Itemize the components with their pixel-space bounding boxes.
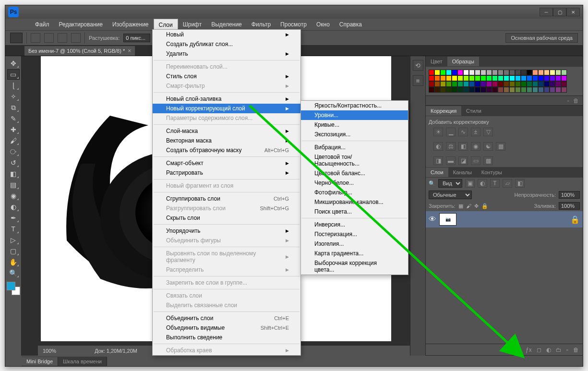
adjustment-layer-icon[interactable]: ◐ bbox=[546, 347, 551, 353]
hue-icon[interactable]: ◐ bbox=[433, 142, 443, 151]
menu-item[interactable]: Стиль слоя▶ bbox=[153, 72, 300, 81]
close-button[interactable]: ✕ bbox=[566, 8, 580, 16]
color-swatch[interactable] bbox=[469, 87, 475, 93]
color-swatch[interactable] bbox=[434, 81, 440, 87]
color-swatch[interactable] bbox=[452, 75, 457, 81]
menu-item[interactable]: Создать обтравочную маскуAlt+Ctrl+G bbox=[153, 145, 300, 155]
menu-item[interactable]: Экспозиция... bbox=[301, 130, 408, 139]
hand-tool[interactable]: ✋ bbox=[7, 257, 20, 267]
color-swatch[interactable] bbox=[475, 75, 480, 81]
color-swatch[interactable] bbox=[561, 75, 567, 81]
bw-icon[interactable]: ◧ bbox=[458, 142, 468, 151]
color-swatch[interactable] bbox=[440, 70, 446, 75]
color-swatch[interactable] bbox=[463, 75, 469, 81]
color-swatch[interactable] bbox=[515, 87, 521, 93]
feather-input[interactable] bbox=[123, 34, 150, 42]
magic-wand-tool[interactable]: ✧ bbox=[7, 91, 20, 102]
color-swatch[interactable] bbox=[498, 81, 504, 87]
color-swatch[interactable] bbox=[532, 70, 538, 75]
document-tab[interactable]: Без имени-7 @ 100% (Слой 5, RGB/8) * × bbox=[24, 46, 135, 56]
menu-item[interactable]: Вибрация... bbox=[301, 143, 408, 152]
menu-item[interactable]: Сгруппировать слоиCtrl+G bbox=[153, 194, 300, 203]
menu-item[interactable]: Удалить▶ bbox=[153, 49, 300, 59]
menu-item[interactable]: Кривые... bbox=[301, 120, 408, 130]
eraser-tool[interactable]: ◧ bbox=[7, 168, 20, 179]
color-swatch[interactable] bbox=[521, 70, 527, 75]
color-swatch[interactable] bbox=[538, 81, 544, 87]
color-swatch[interactable] bbox=[544, 75, 550, 81]
color-swatch[interactable] bbox=[515, 75, 521, 81]
selection-add-icon[interactable] bbox=[44, 33, 54, 43]
menu-item[interactable]: Упорядочить▶ bbox=[153, 226, 300, 236]
menu-шрифт[interactable]: Шрифт bbox=[178, 19, 206, 30]
color-swatch[interactable] bbox=[480, 81, 486, 87]
menu-выделение[interactable]: Выделение bbox=[206, 19, 247, 30]
visibility-eye-icon[interactable]: 👁 bbox=[429, 215, 436, 224]
color-swatch[interactable] bbox=[527, 75, 532, 81]
eyedropper-tool[interactable]: ✎ bbox=[7, 113, 20, 124]
group-icon[interactable]: 🗀 bbox=[556, 347, 562, 353]
filter-adjust-icon[interactable]: ◐ bbox=[478, 179, 487, 188]
color-swatch[interactable] bbox=[504, 75, 509, 81]
color-swatch[interactable] bbox=[550, 75, 555, 81]
color-swatch[interactable] bbox=[486, 81, 492, 87]
tab-styles[interactable]: Стили bbox=[461, 106, 486, 116]
path-select-tool[interactable]: ▷ bbox=[7, 235, 20, 245]
gradient-tool[interactable]: ▤ bbox=[7, 180, 20, 190]
color-swatch[interactable] bbox=[509, 70, 515, 75]
color-swatch[interactable] bbox=[486, 75, 492, 81]
tab-paths[interactable]: Контуры bbox=[477, 168, 507, 177]
filter-shape-icon[interactable]: ▱ bbox=[503, 179, 512, 188]
color-swatch[interactable] bbox=[457, 70, 463, 75]
color-swatch[interactable] bbox=[550, 70, 555, 75]
color-swatch[interactable] bbox=[452, 81, 457, 87]
exposure-icon[interactable]: ± bbox=[471, 128, 480, 136]
menu-item[interactable]: Цветовой тон/Насыщенность... bbox=[301, 152, 408, 168]
color-swatch[interactable] bbox=[561, 81, 567, 87]
menu-item[interactable]: Объединить видимыеShift+Ctrl+E bbox=[153, 323, 300, 333]
color-swatch[interactable] bbox=[463, 87, 469, 93]
foreground-color-swatch[interactable] bbox=[7, 282, 15, 290]
trash-icon[interactable]: 🗑 bbox=[573, 97, 579, 104]
menu-слои[interactable]: Слои bbox=[154, 19, 178, 30]
color-swatch[interactable] bbox=[544, 87, 550, 93]
color-swatch[interactable] bbox=[429, 70, 434, 75]
filter-pixel-icon[interactable]: ▣ bbox=[465, 179, 475, 188]
selective-color-icon[interactable]: ▩ bbox=[483, 156, 493, 165]
selection-new-icon[interactable] bbox=[31, 33, 40, 43]
menu-окно[interactable]: Окно bbox=[312, 19, 335, 30]
selection-intersect-icon[interactable] bbox=[71, 33, 81, 43]
menu-item[interactable]: Микширование каналов... bbox=[301, 197, 408, 207]
trash-icon[interactable]: 🗑 bbox=[573, 347, 579, 353]
color-swatch[interactable] bbox=[538, 87, 544, 93]
new-layer-icon[interactable]: ▫ bbox=[566, 347, 568, 353]
menu-справка[interactable]: Справка bbox=[335, 19, 367, 30]
dodge-tool[interactable]: ◐ bbox=[7, 202, 20, 212]
invert-icon[interactable]: ◨ bbox=[433, 156, 443, 165]
fx-icon[interactable]: ƒx bbox=[526, 347, 532, 353]
color-swatch[interactable] bbox=[452, 87, 457, 93]
menu-item[interactable]: Выборочная коррекция цвета... bbox=[301, 258, 408, 275]
maximize-button[interactable]: ▢ bbox=[553, 8, 566, 16]
color-swatch[interactable] bbox=[561, 70, 567, 75]
color-swatch[interactable] bbox=[550, 87, 555, 93]
color-swatch[interactable] bbox=[475, 81, 480, 87]
lasso-tool[interactable]: ɭ bbox=[7, 80, 20, 91]
color-swatch[interactable] bbox=[434, 87, 440, 93]
color-swatch[interactable] bbox=[452, 70, 457, 75]
zoom-tool[interactable]: 🔍 bbox=[7, 268, 20, 278]
menu-item[interactable]: Яркость/Контрастность... bbox=[301, 101, 408, 110]
color-swatch[interactable] bbox=[480, 75, 486, 81]
menu-item[interactable]: Постеризация... bbox=[301, 229, 408, 239]
color-swatch[interactable] bbox=[446, 87, 452, 93]
color-swatch[interactable] bbox=[498, 87, 504, 93]
color-swatch[interactable] bbox=[463, 70, 469, 75]
color-swatch[interactable] bbox=[498, 70, 504, 75]
tab-adjustments[interactable]: Коррекция bbox=[426, 106, 461, 116]
color-swatch[interactable] bbox=[555, 87, 561, 93]
color-swatch[interactable] bbox=[429, 81, 434, 87]
color-swatch[interactable] bbox=[446, 70, 452, 75]
color-swatch[interactable] bbox=[492, 75, 498, 81]
layer-thumbnail[interactable]: 📷 bbox=[439, 213, 456, 226]
brightness-icon[interactable]: ☀ bbox=[433, 128, 443, 136]
